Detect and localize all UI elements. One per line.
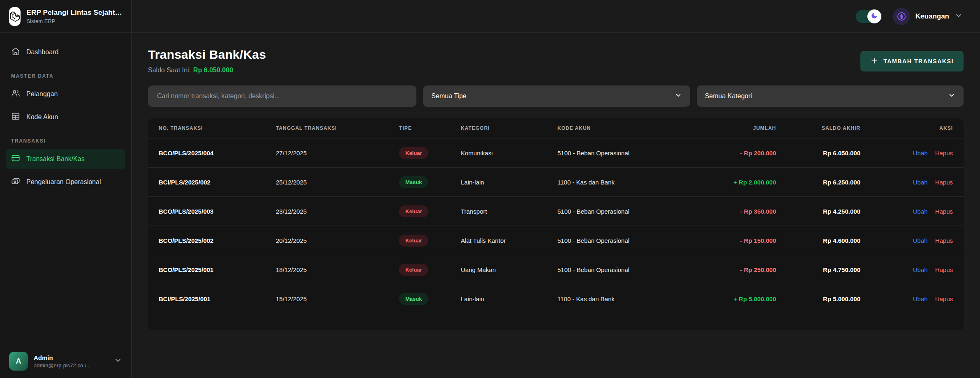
type-filter-value: Semua Tipe	[431, 92, 466, 100]
table-row: BCI/PLS/2025/002 25/12/2025 Masuk Lain-l…	[148, 167, 964, 196]
edit-link[interactable]: Ubah	[913, 237, 928, 244]
cell-no-transaksi: BCO/PLS/2025/002	[159, 237, 276, 244]
sidebar-section-transaksi: TRANSAKSI	[11, 138, 120, 144]
edit-link[interactable]: Ubah	[913, 295, 928, 302]
delete-link[interactable]: Hapus	[935, 266, 953, 273]
cell-tipe: Keluar	[399, 205, 461, 217]
toggle-knob	[867, 9, 881, 23]
tipe-badge: Keluar	[399, 147, 428, 159]
users-icon	[11, 89, 20, 99]
banknotes-icon	[11, 177, 20, 187]
table-icon	[11, 112, 20, 122]
delete-link[interactable]: Hapus	[935, 150, 953, 157]
cell-tipe: Keluar	[399, 147, 461, 159]
sidebar-item-kode-akun[interactable]: Kode Akun	[6, 107, 125, 127]
dollar-circle-icon	[893, 8, 910, 25]
delete-link[interactable]: Hapus	[935, 295, 953, 302]
filter-bar: Semua Tipe Semua Kategori	[148, 85, 964, 107]
cell-tipe: Keluar	[399, 235, 461, 247]
col-header-tanggal: TANGGAL TRANSAKSI	[276, 125, 399, 131]
cell-jumlah: + Rp 5.000.000	[693, 295, 776, 302]
home-icon	[11, 47, 20, 58]
delete-link[interactable]: Hapus	[935, 179, 953, 186]
col-header-saldo-akhir: SALDO AKHIR	[776, 125, 860, 131]
category-filter-select[interactable]: Semua Kategori	[697, 85, 964, 107]
chevron-down-icon	[675, 92, 682, 101]
edit-link[interactable]: Ubah	[913, 208, 928, 215]
cell-kode-akun: 5100 - Beban Operasional	[557, 266, 693, 273]
page-content: Transaksi Bank/Kas Saldo Saat Ini:Rp 6.0…	[132, 33, 980, 330]
sidebar-item-dashboard[interactable]: Dashboard	[6, 42, 125, 62]
sidebar-item-pengeluaran-operasional[interactable]: Pengeluaran Operasional	[6, 172, 125, 192]
app-window: ERP Pelangi Lintas Sejaht… Sistem ERP Da…	[0, 0, 980, 378]
cell-saldo-akhir: Rp 6.050.000	[776, 150, 860, 157]
cell-saldo-akhir: Rp 4.600.000	[776, 237, 860, 244]
chevron-down-icon	[948, 92, 955, 101]
sidebar-item-label: Kode Akun	[26, 113, 58, 121]
category-filter-value: Semua Kategori	[705, 92, 752, 100]
tipe-badge: Masuk	[399, 293, 428, 305]
balance-line: Saldo Saat Ini:Rp 6.050.000	[148, 67, 266, 74]
user-menu[interactable]: A Admin admin@erp-pls72.co.i…	[0, 344, 131, 378]
avatar: A	[9, 352, 28, 371]
module-switcher[interactable]: Keuangan	[893, 8, 963, 25]
sidebar: ERP Pelangi Lintas Sejaht… Sistem ERP Da…	[0, 0, 132, 378]
table-header-row: NO. TRANSAKSI TANGGAL TRANSAKSI TIPE KAT…	[148, 118, 964, 138]
cell-kode-akun: 5100 - Beban Operasional	[557, 208, 693, 215]
cell-tipe: Masuk	[399, 293, 461, 305]
user-email: admin@erp-pls72.co.i…	[34, 362, 91, 369]
cell-tanggal: 15/12/2025	[276, 295, 399, 302]
col-header-tipe: TIPE	[399, 125, 461, 131]
col-header-no-transaksi: NO. TRANSAKSI	[159, 125, 276, 131]
edit-link[interactable]: Ubah	[913, 266, 928, 273]
chevron-down-icon	[114, 356, 122, 366]
cell-kategori: Uang Makan	[461, 266, 557, 273]
cell-jumlah: - Rp 150.000	[693, 237, 776, 244]
sidebar-item-label: Dashboard	[26, 48, 58, 56]
table-row: BCO/PLS/2025/004 27/12/2025 Keluar Komun…	[148, 138, 964, 167]
search-input[interactable]	[157, 92, 407, 100]
cell-saldo-akhir: Rp 4.750.000	[776, 266, 860, 273]
col-header-aksi: AKSI	[860, 125, 953, 131]
table-body: BCO/PLS/2025/004 27/12/2025 Keluar Komun…	[148, 138, 964, 313]
sidebar-nav: Dashboard MASTER DATA Pelanggan Kode Aku…	[0, 33, 131, 344]
tipe-badge: Keluar	[399, 235, 428, 247]
type-filter-select[interactable]: Semua Tipe	[423, 85, 690, 107]
edit-link[interactable]: Ubah	[913, 150, 928, 157]
add-transaction-button[interactable]: TAMBAH TRANSAKSI	[860, 51, 964, 71]
chevron-down-icon	[955, 12, 963, 21]
cell-tanggal: 25/12/2025	[276, 179, 399, 186]
moon-icon	[871, 12, 878, 21]
delete-link[interactable]: Hapus	[935, 208, 953, 215]
cell-tanggal: 23/12/2025	[276, 208, 399, 215]
delete-link[interactable]: Hapus	[935, 237, 953, 244]
transactions-table: NO. TRANSAKSI TANGGAL TRANSAKSI TIPE KAT…	[148, 118, 964, 330]
cell-saldo-akhir: Rp 6.250.000	[776, 179, 860, 186]
module-label: Keuangan	[915, 12, 949, 21]
cell-aksi: UbahHapus	[860, 208, 953, 215]
cell-jumlah: + Rp 2.000.000	[693, 179, 776, 186]
edit-link[interactable]: Ubah	[913, 179, 928, 186]
cell-saldo-akhir: Rp 4.250.000	[776, 208, 860, 215]
sidebar-item-pelanggan[interactable]: Pelanggan	[6, 84, 125, 104]
add-transaction-label: TAMBAH TRANSAKSI	[883, 58, 954, 65]
cell-kode-akun: 1100 - Kas dan Bank	[557, 179, 693, 186]
tipe-badge: Masuk	[399, 176, 428, 188]
cell-tanggal: 27/12/2025	[276, 150, 399, 157]
cell-kode-akun: 5100 - Beban Operasional	[557, 237, 693, 244]
cell-no-transaksi: BCI/PLS/2025/001	[159, 295, 276, 302]
cell-tipe: Masuk	[399, 176, 461, 188]
table-row: BCO/PLS/2025/002 20/12/2025 Keluar Alat …	[148, 226, 964, 255]
cell-aksi: UbahHapus	[860, 266, 953, 273]
cell-kategori: Alat Tulis Kantor	[461, 237, 557, 244]
table-row: BCI/PLS/2025/001 15/12/2025 Masuk Lain-l…	[148, 284, 964, 313]
dark-mode-toggle[interactable]	[856, 10, 882, 23]
cell-kategori: Lain-lain	[461, 295, 557, 302]
user-name: Admin	[34, 354, 91, 361]
cell-aksi: UbahHapus	[860, 179, 953, 186]
col-header-kode-akun: KODE AKUN	[557, 125, 693, 131]
cell-jumlah: - Rp 350.000	[693, 208, 776, 215]
table-row: BCO/PLS/2025/001 18/12/2025 Keluar Uang …	[148, 255, 964, 284]
sidebar-item-transaksi-bank-kas[interactable]: Transaksi Bank/Kas	[6, 149, 125, 169]
credit-card-icon	[11, 154, 20, 164]
